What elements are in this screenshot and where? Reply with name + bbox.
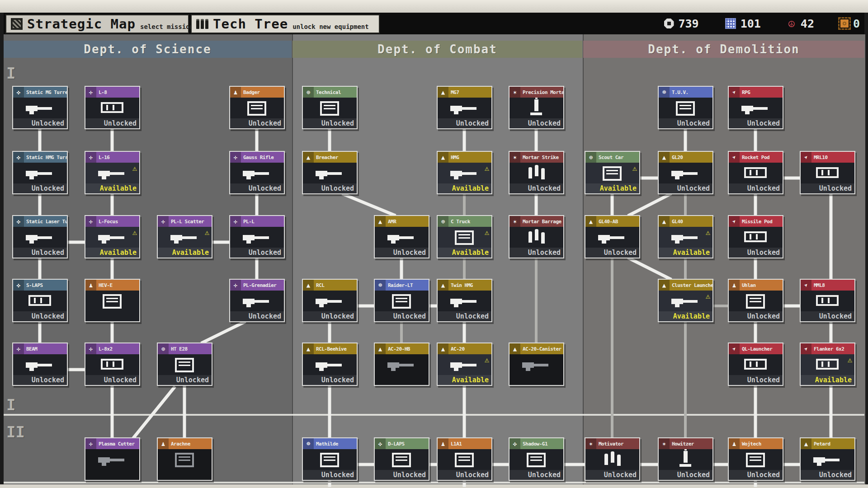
tech-node-hmg[interactable]: ▲HMG⚠Available (437, 151, 492, 194)
tech-node-cluster-launcher[interactable]: ▲Cluster Launcher⚠Available (658, 279, 713, 322)
tech-node-uhlan[interactable]: ♟UhlanUnlocked (728, 279, 783, 322)
ballistic-icon: ▲ (303, 152, 314, 163)
tech-node-ac-20[interactable]: ▲AC-20⚠Available (437, 343, 492, 386)
tech-node-precision-mortar[interactable]: ✶Precision MortarUnlocked (509, 86, 564, 129)
node-name: PL-L (241, 216, 284, 227)
tech-node-pl-l[interactable]: ✛PL-LUnlocked (229, 215, 285, 258)
tech-node-l-focus[interactable]: ✛L-Focus⚠Available (85, 215, 140, 258)
tech-node-motivator[interactable]: ✶MotivatorUnlocked (585, 437, 640, 481)
tech-node-c-truck[interactable]: ⊕C Truck⚠Available (437, 215, 492, 258)
node-status: Unlocked (32, 184, 64, 192)
warning-icon: ⚠ (706, 291, 710, 300)
ballistic-icon: ▲ (438, 280, 448, 291)
node-status: Unlocked (104, 119, 137, 127)
tech-node-rcl[interactable]: ▲RCLUnlocked (302, 279, 358, 322)
ballistic-icon: ▲ (303, 343, 314, 354)
node-status: Unlocked (104, 376, 137, 384)
warning-icon: ⚠ (485, 228, 489, 237)
tech-node-wojtech[interactable]: ♟WojtechUnlocked (728, 437, 783, 481)
node-status-strip: Available (659, 311, 712, 321)
node-status: Unlocked (819, 312, 852, 320)
tech-node-scout-car[interactable]: ⊕Scout Car⚠Available (585, 151, 640, 194)
tech-node-mml8[interactable]: ➤MML8Unlocked (800, 279, 855, 322)
node-name: Flanker 6x2 (811, 343, 854, 354)
tech-node-rcl-beehive[interactable]: ▲RCL-BeehiveUnlocked (302, 343, 358, 386)
node-name: QL-Launcher (740, 343, 783, 354)
tech-node-arachne[interactable]: ♟Arachne (157, 437, 212, 481)
tech-node-missile-pod[interactable]: ➤Missile PodUnlocked (728, 215, 783, 258)
tech-tree-screen: Strategic Map select mission Tech Tree u… (0, 0, 868, 488)
node-status: Unlocked (393, 471, 426, 479)
tech-node-gauss-rifle[interactable]: ✛Gauss RifleUnlocked (229, 151, 285, 194)
tech-node-rpg[interactable]: ➤RPGUnlocked (728, 86, 783, 129)
tech-node-hev-e[interactable]: ♟HEV-E (85, 279, 140, 322)
tech-node-mortar-strike[interactable]: ✶Mortar StrikeUnlocked (509, 151, 564, 194)
tech-node-static-mg-turret[interactable]: ✜Static MG TurretUnlocked (12, 86, 68, 129)
tech-node-static-hmg-turret[interactable]: ✜Static HMG TurretUnlocked (12, 151, 68, 194)
tech-node-shadow-g1[interactable]: ✜Shadow-G1Unlocked (509, 437, 564, 481)
tech-node-l-16[interactable]: ✛L-16⚠Available (85, 151, 140, 194)
node-status: Available (452, 376, 489, 384)
node-status-strip: Unlocked (230, 183, 284, 193)
node-status: Unlocked (393, 249, 426, 257)
artillery-icon: ✶ (509, 87, 520, 98)
node-name: Technical (314, 87, 357, 98)
node-status: Unlocked (321, 184, 354, 192)
tech-node-howitzer[interactable]: ✶HowitzerUnlocked (658, 437, 713, 481)
tech-node-l-8x2[interactable]: ✛L-8x2Unlocked (85, 343, 140, 386)
node-status-strip: Unlocked (729, 375, 783, 385)
tech-node-raider-lt[interactable]: ☸Raider-LTUnlocked (374, 279, 429, 322)
tech-node-petard[interactable]: ▲PetardUnlocked (800, 437, 855, 481)
node-name: Gauss Rifle (241, 152, 284, 163)
tech-node-twin-hmg[interactable]: ▲Twin HMGUnlocked (437, 279, 492, 322)
tech-node-rocket-pod[interactable]: ➤Rocket PodUnlocked (728, 151, 783, 194)
node-name: L-16 (96, 152, 139, 163)
node-name: PL-L Scatter (169, 216, 212, 227)
support-icon: ✜ (375, 438, 386, 449)
rocket-icon: ➤ (729, 152, 740, 163)
node-status: Available (100, 184, 137, 192)
vehicle-icon: ♟ (158, 438, 169, 449)
tech-node-beam[interactable]: ✛BEAMUnlocked (12, 343, 68, 386)
tech-node-technical[interactable]: ⊕TechnicalUnlocked (302, 86, 358, 129)
tech-node-mrl10[interactable]: ➤MRL10Unlocked (800, 151, 855, 194)
tech-node-d-laps[interactable]: ✜D-LAPSUnlocked (374, 437, 429, 481)
tech-node-l-8[interactable]: ✛L-8Unlocked (85, 86, 140, 129)
tech-node-mathilde[interactable]: ☸MathildeUnlocked (302, 437, 358, 481)
tech-node-gl20[interactable]: ▲GL20Unlocked (658, 151, 713, 194)
tech-node-static-laser-turret[interactable]: ✜Static Laser TurretUnlocked (12, 215, 68, 258)
tech-node-ac-20-canister[interactable]: ▲AC-20-Canister (509, 343, 564, 386)
tech-node-pl-l-scatter[interactable]: ✛PL-L Scatter⚠Available (157, 215, 212, 258)
tech-node-breacher[interactable]: ▲BreacherUnlocked (302, 151, 358, 194)
node-name: S-LAPS (24, 280, 67, 291)
node-status-strip: Unlocked (375, 470, 429, 480)
rocket-icon: ➤ (729, 343, 740, 354)
node-status: Unlocked (249, 312, 281, 320)
tech-node-ac-20-hb[interactable]: ▲AC-20-HB (374, 343, 429, 386)
node-status: Unlocked (747, 249, 780, 257)
ballistic-icon: ▲ (438, 87, 448, 98)
tech-node-badger[interactable]: ♟BadgerUnlocked (229, 86, 285, 129)
tech-node-mortar-barrage[interactable]: ✶Mortar BarrageUnlocked (509, 215, 564, 258)
tech-node-pl-grenadier[interactable]: ✛PL-GrenadierUnlocked (229, 279, 285, 322)
energy-icon: ✛ (85, 216, 96, 227)
tech-node-mg7[interactable]: ▲MG7Unlocked (437, 86, 492, 129)
node-status-strip: Unlocked (801, 183, 854, 193)
tech-node-s-laps[interactable]: ✜S-LAPSUnlocked (12, 279, 68, 322)
vehicle-icon: ♟ (230, 87, 241, 98)
tech-node-ql-launcher[interactable]: ➤QL-LauncherUnlocked (728, 343, 783, 386)
weapon-icon-vehicle (158, 449, 212, 480)
tech-node-plasma-cutter[interactable]: ✛Plasma Cutter (85, 437, 140, 481)
turret-icon: ✜ (13, 216, 24, 227)
tech-node-t-u-v-[interactable]: ☸T.U.V.Unlocked (658, 86, 713, 129)
tech-node-ht-e28[interactable]: ⊕HT E28Unlocked (157, 343, 212, 386)
node-name: Motivator (596, 438, 639, 449)
node-status-strip: Unlocked (509, 118, 563, 128)
tech-node-flanker-6x2[interactable]: ➤Flanker 6x2⚠Available (800, 343, 855, 386)
node-status-strip: Available (438, 248, 491, 258)
tech-node-gl40[interactable]: ▲GL40⚠Available (658, 215, 713, 258)
node-name: Wojtech (740, 438, 783, 449)
tech-node-gl40-ab[interactable]: ▲GL40-ABUnlocked (585, 215, 640, 258)
tech-node-amr[interactable]: ▲AMRUnlocked (374, 215, 429, 258)
tech-node-l1a1[interactable]: ♟L1A1Unlocked (437, 437, 492, 481)
